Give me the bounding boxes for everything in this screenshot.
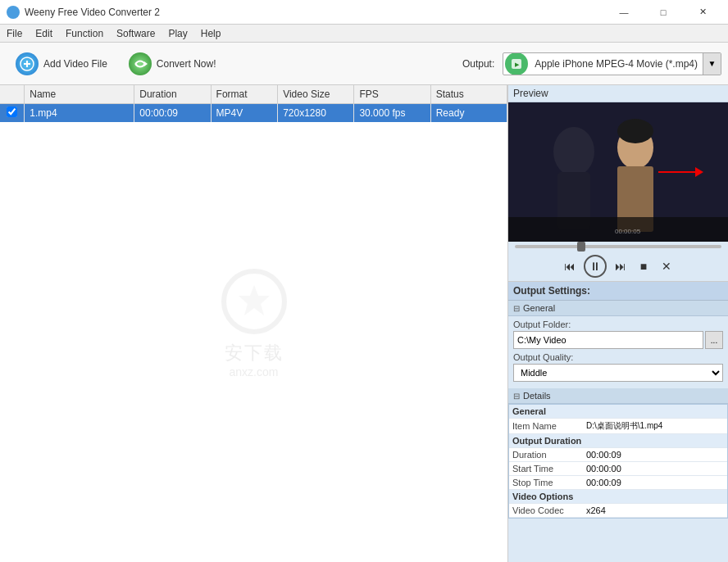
settings-header: Output Settings: xyxy=(508,282,728,301)
stop-time-row: Stop Time 00:00:09 xyxy=(509,476,727,490)
seekbar-thumb[interactable] xyxy=(577,242,585,252)
table-row[interactable]: 1.mp400:00:09MP4V720x128030.000 fpsReady xyxy=(0,104,507,123)
duration-key: Duration xyxy=(509,448,583,462)
start-time-key: Start Time xyxy=(509,462,583,476)
preview-controls: ⏮ ⏸ ⏭ ■ ✕ xyxy=(508,252,728,281)
right-panel: Preview xyxy=(508,85,728,562)
details-table: General Item Name D:\桌面说明书\1.mp4 Outpu xyxy=(509,405,727,518)
cell-format: MP4V xyxy=(211,104,278,123)
svg-text:00:00:05: 00:00:05 xyxy=(615,228,641,235)
general-collapse-icon: ⊟ xyxy=(513,304,520,313)
arrow-line xyxy=(658,171,695,173)
stop-button[interactable]: ■ xyxy=(635,257,653,275)
menu-help[interactable]: Help xyxy=(194,26,228,41)
preview-video: 00:00:05 xyxy=(508,102,728,242)
next-frame-button[interactable]: ⏭ xyxy=(612,257,630,275)
details-section: ⊟ Details General xyxy=(508,388,728,519)
arrow-head xyxy=(695,167,703,177)
video-options-header: Video Options xyxy=(509,490,727,504)
maximize-button[interactable]: □ xyxy=(644,0,682,25)
row-checkbox[interactable] xyxy=(7,107,17,117)
cell-video_size: 720x1280 xyxy=(278,104,354,123)
general-section: ⊟ General Output Folder: ... Output Qual… xyxy=(508,301,728,388)
watermark: 安下载 anxz.com xyxy=(221,269,287,378)
cell-duration: 00:00:09 xyxy=(134,104,211,123)
menu-bar: File Edit Function Software Play Help xyxy=(0,25,728,43)
convert-icon xyxy=(129,52,152,75)
col-check xyxy=(0,85,25,104)
item-name-value: D:\桌面说明书\1.mp4 xyxy=(583,419,727,434)
output-label: Output: xyxy=(462,58,494,70)
details-scroll[interactable]: General Item Name D:\桌面说明书\1.mp4 Outpu xyxy=(508,404,728,519)
file-table: Name Duration Format Video Size FPS Stat… xyxy=(0,85,507,122)
seekbar[interactable] xyxy=(508,242,728,252)
col-format: Format xyxy=(211,85,278,104)
menu-software[interactable]: Software xyxy=(110,26,162,41)
pause-button[interactable]: ⏸ xyxy=(584,255,607,278)
col-videosize: Video Size xyxy=(278,85,354,104)
output-quality-select[interactable]: Low Middle High xyxy=(513,364,723,382)
add-icon xyxy=(16,52,39,75)
details-collapse-icon: ⊟ xyxy=(513,392,520,401)
output-folder-browse-button[interactable]: ... xyxy=(705,331,723,349)
col-name: Name xyxy=(25,85,134,104)
preview-content: 00:00:05 xyxy=(508,102,728,242)
minimize-button[interactable]: — xyxy=(605,0,643,25)
preview-header: Preview xyxy=(508,85,728,102)
main-area: Name Duration Format Video Size FPS Stat… xyxy=(0,85,728,562)
svg-point-11 xyxy=(617,119,653,143)
output-quality-row: Output Quality: Low Middle High xyxy=(513,352,723,382)
duration-row: Duration 00:00:09 xyxy=(509,448,727,462)
seekbar-track[interactable] xyxy=(515,245,721,248)
add-video-label: Add Video File xyxy=(43,58,107,70)
output-settings: Output Settings: ⊟ General Output Folder… xyxy=(508,282,728,562)
app-icon xyxy=(7,6,20,19)
close-preview-button[interactable]: ✕ xyxy=(657,257,676,275)
output-folder-input[interactable] xyxy=(513,331,703,349)
general-collapse-bar[interactable]: ⊟ General xyxy=(508,301,728,316)
menu-file[interactable]: File xyxy=(0,26,29,41)
convert-now-button[interactable]: Convert Now! xyxy=(120,48,225,79)
details-collapse-bar[interactable]: ⊟ Details xyxy=(508,388,728,404)
output-format-icon: ▶ xyxy=(505,52,528,75)
stop-time-value: 00:00:09 xyxy=(583,476,727,490)
start-time-value: 00:00:00 xyxy=(583,462,727,476)
col-duration: Duration xyxy=(134,85,211,104)
details-scroll-inner: General Item Name D:\桌面说明书\1.mp4 Outpu xyxy=(509,405,727,518)
title-bar: Weeny Free Video Converter 2 — □ ✕ xyxy=(0,0,728,25)
stop-time-key: Stop Time xyxy=(509,476,583,490)
prev-frame-button[interactable]: ⏮ xyxy=(561,257,579,275)
menu-edit[interactable]: Edit xyxy=(29,26,59,41)
details-section-label: Details xyxy=(523,391,551,401)
window-title: Weeny Free Video Converter 2 xyxy=(25,7,605,18)
output-format-value: Apple iPhone MPEG-4 Movie (*.mp4) xyxy=(530,58,703,70)
general-section-label: General xyxy=(523,303,555,313)
svg-point-7 xyxy=(553,127,594,176)
watermark-text: 安下载 xyxy=(225,341,284,365)
output-format-selector[interactable]: ▶ Apple iPhone MPEG-4 Movie (*.mp4) ▼ xyxy=(503,52,721,75)
start-time-row: Start Time 00:00:00 xyxy=(509,462,727,476)
col-fps: FPS xyxy=(354,85,430,104)
menu-play[interactable]: Play xyxy=(162,26,193,41)
output-quality-label: Output Quality: xyxy=(513,352,723,362)
video-codec-row: Video Codec x264 xyxy=(509,504,727,518)
output-quality-wrap: Low Middle High xyxy=(513,364,723,382)
duration-value: 00:00:09 xyxy=(583,448,727,462)
video-codec-key: Video Codec xyxy=(509,504,583,518)
add-video-button[interactable]: Add Video File xyxy=(7,48,116,79)
output-folder-wrap: ... xyxy=(513,331,723,349)
video-codec-value: x264 xyxy=(583,504,727,518)
window-controls: — □ ✕ xyxy=(605,0,721,25)
watermark-icon xyxy=(221,269,287,334)
watermark-url: anxz.com xyxy=(230,365,279,378)
preview-section: Preview xyxy=(508,85,728,282)
general-section-body: Output Folder: ... Output Quality: Low M… xyxy=(508,316,728,388)
output-format-dropdown-arrow[interactable]: ▼ xyxy=(703,52,721,75)
close-button[interactable]: ✕ xyxy=(684,0,721,25)
col-status: Status xyxy=(430,85,507,104)
menu-function[interactable]: Function xyxy=(59,26,110,41)
cell-name: 1.mp4 xyxy=(25,104,134,123)
convert-now-label: Convert Now! xyxy=(157,58,216,70)
file-panel: Name Duration Format Video Size FPS Stat… xyxy=(0,85,508,562)
cell-fps: 30.000 fps xyxy=(354,104,430,123)
